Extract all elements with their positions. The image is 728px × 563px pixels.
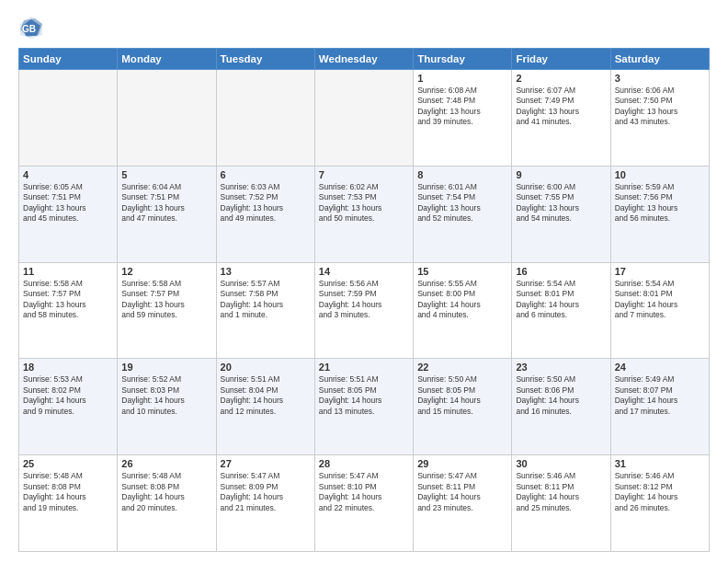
- day-number: 11: [23, 266, 113, 277]
- calendar-week-5: 25Sunrise: 5:48 AMSunset: 8:08 PMDayligh…: [19, 455, 710, 552]
- calendar-cell: 21Sunrise: 5:51 AMSunset: 8:05 PMDayligh…: [314, 359, 413, 455]
- calendar-week-1: 1Sunrise: 6:08 AMSunset: 7:48 PMDaylight…: [19, 70, 710, 167]
- day-number: 5: [121, 169, 211, 180]
- calendar-cell: 7Sunrise: 6:02 AMSunset: 7:53 PMDaylight…: [314, 166, 413, 262]
- logo: GB: [18, 15, 46, 40]
- calendar-cell: 22Sunrise: 5:50 AMSunset: 8:05 PMDayligh…: [414, 359, 512, 455]
- day-number: 3: [615, 73, 705, 84]
- calendar-cell: 10Sunrise: 5:59 AMSunset: 7:56 PMDayligh…: [610, 166, 709, 262]
- calendar-cell: [118, 70, 216, 167]
- day-number: 9: [516, 169, 606, 180]
- day-number: 12: [121, 266, 211, 277]
- day-info: Sunrise: 5:48 AMSunset: 8:08 PMDaylight:…: [23, 471, 113, 513]
- calendar-cell: 4Sunrise: 6:05 AMSunset: 7:51 PMDaylight…: [19, 166, 118, 262]
- day-info: Sunrise: 5:59 AMSunset: 7:56 PMDaylight:…: [615, 182, 705, 224]
- calendar-header-row: SundayMondayTuesdayWednesdayThursdayFrid…: [19, 49, 710, 70]
- day-number: 1: [417, 73, 507, 84]
- calendar-cell: 30Sunrise: 5:46 AMSunset: 8:11 PMDayligh…: [512, 455, 610, 552]
- calendar-cell: 15Sunrise: 5:55 AMSunset: 8:00 PMDayligh…: [414, 262, 512, 359]
- calendar-header-thursday: Thursday: [414, 49, 512, 70]
- day-info: Sunrise: 5:48 AMSunset: 8:08 PMDaylight:…: [121, 471, 211, 513]
- calendar-cell: 2Sunrise: 6:07 AMSunset: 7:49 PMDaylight…: [512, 70, 610, 167]
- day-info: Sunrise: 6:07 AMSunset: 7:49 PMDaylight:…: [516, 86, 606, 128]
- logo-icon: GB: [18, 15, 44, 40]
- calendar-cell: 18Sunrise: 5:53 AMSunset: 8:02 PMDayligh…: [19, 359, 118, 455]
- calendar-header-wednesday: Wednesday: [314, 49, 413, 70]
- day-info: Sunrise: 5:53 AMSunset: 8:02 PMDaylight:…: [23, 374, 113, 417]
- calendar-cell: 16Sunrise: 5:54 AMSunset: 8:01 PMDayligh…: [512, 262, 610, 359]
- day-info: Sunrise: 5:50 AMSunset: 8:05 PMDaylight:…: [417, 374, 507, 417]
- day-info: Sunrise: 5:50 AMSunset: 8:06 PMDaylight:…: [516, 374, 606, 417]
- calendar-week-4: 18Sunrise: 5:53 AMSunset: 8:02 PMDayligh…: [19, 359, 710, 455]
- day-number: 10: [615, 169, 705, 180]
- calendar-header-monday: Monday: [118, 49, 216, 70]
- calendar-header-tuesday: Tuesday: [216, 49, 314, 70]
- calendar-cell: 19Sunrise: 5:52 AMSunset: 8:03 PMDayligh…: [118, 359, 216, 455]
- calendar-week-2: 4Sunrise: 6:05 AMSunset: 7:51 PMDaylight…: [19, 166, 710, 262]
- day-number: 28: [319, 458, 409, 469]
- day-number: 31: [615, 458, 705, 469]
- calendar-cell: 6Sunrise: 6:03 AMSunset: 7:52 PMDaylight…: [216, 166, 314, 262]
- day-info: Sunrise: 6:04 AMSunset: 7:51 PMDaylight:…: [121, 182, 211, 224]
- day-number: 21: [319, 362, 409, 373]
- calendar-cell: 1Sunrise: 6:08 AMSunset: 7:48 PMDaylight…: [414, 70, 512, 167]
- day-number: 7: [319, 169, 409, 180]
- calendar-cell: 31Sunrise: 5:46 AMSunset: 8:12 PMDayligh…: [610, 455, 709, 552]
- day-info: Sunrise: 6:02 AMSunset: 7:53 PMDaylight:…: [319, 182, 409, 224]
- calendar-cell: 20Sunrise: 5:51 AMSunset: 8:04 PMDayligh…: [216, 359, 314, 455]
- day-number: 14: [319, 266, 409, 277]
- day-info: Sunrise: 5:51 AMSunset: 8:05 PMDaylight:…: [319, 374, 409, 417]
- day-info: Sunrise: 5:51 AMSunset: 8:04 PMDaylight:…: [221, 374, 311, 417]
- calendar-cell: [19, 70, 118, 167]
- day-number: 24: [615, 362, 705, 373]
- day-number: 6: [221, 169, 311, 180]
- calendar-header-friday: Friday: [512, 49, 610, 70]
- calendar-cell: 11Sunrise: 5:58 AMSunset: 7:57 PMDayligh…: [19, 262, 118, 359]
- calendar-cell: [314, 70, 413, 167]
- day-info: Sunrise: 5:46 AMSunset: 8:11 PMDaylight:…: [516, 471, 606, 513]
- day-info: Sunrise: 5:52 AMSunset: 8:03 PMDaylight:…: [121, 374, 211, 417]
- calendar-cell: 28Sunrise: 5:47 AMSunset: 8:10 PMDayligh…: [314, 455, 413, 552]
- day-info: Sunrise: 6:00 AMSunset: 7:55 PMDaylight:…: [516, 182, 606, 224]
- day-info: Sunrise: 5:55 AMSunset: 8:00 PMDaylight:…: [417, 279, 507, 321]
- calendar-cell: 25Sunrise: 5:48 AMSunset: 8:08 PMDayligh…: [19, 455, 118, 552]
- day-number: 30: [516, 458, 606, 469]
- day-number: 18: [23, 362, 113, 373]
- day-info: Sunrise: 5:47 AMSunset: 8:09 PMDaylight:…: [221, 471, 311, 513]
- day-info: Sunrise: 5:49 AMSunset: 8:07 PMDaylight:…: [615, 374, 705, 417]
- calendar-cell: 17Sunrise: 5:54 AMSunset: 8:01 PMDayligh…: [610, 262, 709, 359]
- day-info: Sunrise: 5:56 AMSunset: 7:59 PMDaylight:…: [319, 279, 409, 321]
- day-info: Sunrise: 6:06 AMSunset: 7:50 PMDaylight:…: [615, 86, 705, 128]
- calendar-cell: 29Sunrise: 5:47 AMSunset: 8:11 PMDayligh…: [414, 455, 512, 552]
- day-number: 27: [221, 458, 311, 469]
- day-info: Sunrise: 5:54 AMSunset: 8:01 PMDaylight:…: [516, 279, 606, 321]
- calendar-cell: 12Sunrise: 5:58 AMSunset: 7:57 PMDayligh…: [118, 262, 216, 359]
- calendar-table: SundayMondayTuesdayWednesdayThursdayFrid…: [18, 48, 710, 552]
- day-info: Sunrise: 6:01 AMSunset: 7:54 PMDaylight:…: [417, 182, 507, 224]
- day-number: 23: [516, 362, 606, 373]
- calendar-cell: 24Sunrise: 5:49 AMSunset: 8:07 PMDayligh…: [610, 359, 709, 455]
- day-info: Sunrise: 5:47 AMSunset: 8:11 PMDaylight:…: [417, 471, 507, 513]
- day-info: Sunrise: 5:46 AMSunset: 8:12 PMDaylight:…: [615, 471, 705, 513]
- day-number: 13: [221, 266, 311, 277]
- day-number: 8: [417, 169, 507, 180]
- day-number: 16: [516, 266, 606, 277]
- header: GB: [18, 15, 710, 40]
- day-info: Sunrise: 6:03 AMSunset: 7:52 PMDaylight:…: [221, 182, 311, 224]
- calendar-cell: 13Sunrise: 5:57 AMSunset: 7:58 PMDayligh…: [216, 262, 314, 359]
- day-number: 4: [23, 169, 113, 180]
- day-info: Sunrise: 5:58 AMSunset: 7:57 PMDaylight:…: [23, 279, 113, 321]
- page: GB SundayMondayTuesdayWednesdayThursdayF…: [0, 0, 728, 563]
- day-info: Sunrise: 6:05 AMSunset: 7:51 PMDaylight:…: [23, 182, 113, 224]
- svg-text:GB: GB: [22, 24, 36, 34]
- day-number: 20: [221, 362, 311, 373]
- calendar-cell: [216, 70, 314, 167]
- calendar-cell: 5Sunrise: 6:04 AMSunset: 7:51 PMDaylight…: [118, 166, 216, 262]
- day-number: 2: [516, 73, 606, 84]
- day-number: 22: [417, 362, 507, 373]
- calendar-cell: 27Sunrise: 5:47 AMSunset: 8:09 PMDayligh…: [216, 455, 314, 552]
- calendar-header-sunday: Sunday: [19, 49, 118, 70]
- day-number: 19: [121, 362, 211, 373]
- calendar-week-3: 11Sunrise: 5:58 AMSunset: 7:57 PMDayligh…: [19, 262, 710, 359]
- day-number: 29: [417, 458, 507, 469]
